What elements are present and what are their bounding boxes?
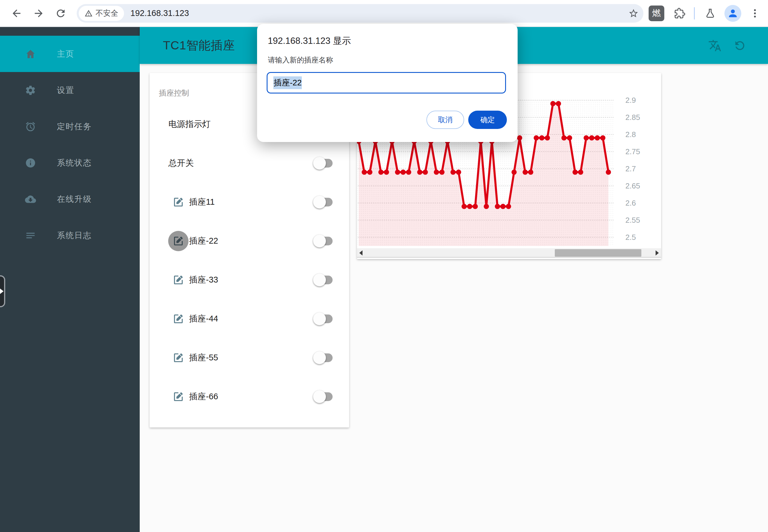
drawer-expand-handle[interactable] <box>0 275 5 307</box>
bookmark-star-icon[interactable] <box>628 8 639 19</box>
browser-toolbar: 不安全 192.168.31.123 燃 <box>0 0 768 27</box>
toolbar-divider <box>694 7 695 19</box>
sidebar-item-4[interactable]: 在线升级 <box>0 181 140 217</box>
socket-toggle[interactable] <box>314 353 333 362</box>
scrollbar-right-arrow[interactable] <box>656 250 659 256</box>
url-bar[interactable]: 不安全 192.168.31.123 <box>77 4 643 23</box>
socket-toggle[interactable] <box>314 314 333 323</box>
sidebar-item-label: 系统状态 <box>57 157 92 168</box>
ok-button[interactable]: 确定 <box>468 111 507 129</box>
sidebar-item-label: 系统日志 <box>57 230 92 241</box>
cloud-download-icon <box>25 194 36 205</box>
cancel-button[interactable]: 取消 <box>426 111 464 129</box>
page-title: TC1智能插座 <box>163 37 235 53</box>
socket-toggle[interactable] <box>314 198 333 206</box>
gear-icon <box>25 85 36 96</box>
svg-text:2.5: 2.5 <box>625 233 636 242</box>
back-button[interactable] <box>8 4 26 22</box>
socket-row: 总开关 <box>150 144 349 183</box>
sidebar-item-label: 主页 <box>57 48 74 60</box>
alarm-icon <box>25 121 36 132</box>
extension-badge-icon[interactable]: 燃 <box>649 6 664 21</box>
sidebar-item-2[interactable]: 定时任务 <box>0 108 140 145</box>
edit-socket-name-icon[interactable] <box>172 274 184 286</box>
forward-icon <box>33 8 44 19</box>
edit-socket-name-icon[interactable] <box>172 391 184 403</box>
edit-socket-name-icon[interactable] <box>172 196 184 208</box>
svg-text:2.75: 2.75 <box>625 147 640 156</box>
security-label: 不安全 <box>96 8 118 18</box>
socket-label: 插座11 <box>189 196 215 208</box>
url-text[interactable]: 192.168.31.123 <box>130 8 628 18</box>
reload-button[interactable] <box>52 4 70 22</box>
socket-name-input[interactable]: 插座-22 <box>267 72 506 94</box>
edit-socket-name-icon[interactable] <box>172 235 184 247</box>
dialog-title: 192.168.31.123 显示 <box>268 35 351 47</box>
person-icon <box>727 8 739 19</box>
flask-icon[interactable] <box>705 8 716 19</box>
socket-label: 总开关 <box>168 157 194 169</box>
scrollbar-thumb[interactable] <box>555 249 641 257</box>
sidebar-item-0[interactable]: 主页 <box>0 36 140 72</box>
socket-row: 插座-44 <box>150 299 349 338</box>
sidebar: 主页 设置 定时任务 系统状态 在线升级 系统日志 <box>0 27 140 532</box>
restart-icon[interactable] <box>733 39 747 52</box>
translate-icon[interactable] <box>708 39 722 52</box>
svg-text:2.7: 2.7 <box>625 164 636 173</box>
sidebar-item-5[interactable]: 系统日志 <box>0 217 140 254</box>
extensions-puzzle-icon[interactable] <box>674 8 685 19</box>
svg-text:2.8: 2.8 <box>625 130 636 139</box>
socket-label: 插座-44 <box>189 313 218 325</box>
sidebar-item-label: 设置 <box>57 85 74 96</box>
security-chip[interactable]: 不安全 <box>79 6 124 21</box>
chart-horizontal-scrollbar[interactable] <box>357 248 661 258</box>
sidebar-item-3[interactable]: 系统状态 <box>0 145 140 181</box>
socket-label: 插座-66 <box>189 391 218 402</box>
scrollbar-left-arrow[interactable] <box>359 250 363 256</box>
info-icon <box>25 157 36 168</box>
svg-text:2.9: 2.9 <box>625 96 636 105</box>
svg-text:2.55: 2.55 <box>625 216 640 224</box>
sidebar-item-label: 在线升级 <box>57 194 92 205</box>
kebab-menu-icon[interactable] <box>749 8 760 19</box>
socket-toggle[interactable] <box>314 276 333 284</box>
card-title: 插座控制 <box>159 88 189 98</box>
socket-row: 插座-22 <box>150 222 349 260</box>
edit-socket-name-icon[interactable] <box>172 313 184 325</box>
svg-text:2.85: 2.85 <box>625 113 640 122</box>
warning-icon <box>85 9 93 17</box>
edit-socket-name-icon[interactable] <box>172 352 184 364</box>
input-selected-text: 插座-22 <box>273 76 302 89</box>
back-icon <box>11 8 22 19</box>
svg-text:2.6: 2.6 <box>625 199 636 207</box>
socket-label: 插座-55 <box>189 352 218 364</box>
socket-toggle[interactable] <box>314 159 333 168</box>
socket-label: 电源指示灯 <box>168 118 211 130</box>
socket-label: 插座-22 <box>189 235 218 247</box>
chevron-right-icon <box>0 288 3 294</box>
reload-icon <box>55 8 67 19</box>
socket-label: 插座-33 <box>189 274 218 286</box>
prompt-dialog: 192.168.31.123 显示 请输入新的插座名称 插座-22 取消 确定 <box>257 24 518 142</box>
socket-row: 插座-55 <box>150 338 349 377</box>
socket-toggle[interactable] <box>314 392 333 401</box>
dialog-message: 请输入新的插座名称 <box>268 55 333 65</box>
sidebar-item-label: 定时任务 <box>57 121 92 132</box>
socket-row: 插座-33 <box>150 260 349 299</box>
sidebar-item-1[interactable]: 设置 <box>0 72 140 108</box>
socket-toggle[interactable] <box>314 237 333 245</box>
svg-text:2.65: 2.65 <box>625 181 640 190</box>
forward-button[interactable] <box>30 4 48 22</box>
home-icon <box>25 48 36 60</box>
log-icon <box>25 230 36 241</box>
socket-row: 插座-66 <box>150 377 349 416</box>
profile-avatar[interactable] <box>724 5 741 22</box>
socket-row: 插座11 <box>150 183 349 222</box>
